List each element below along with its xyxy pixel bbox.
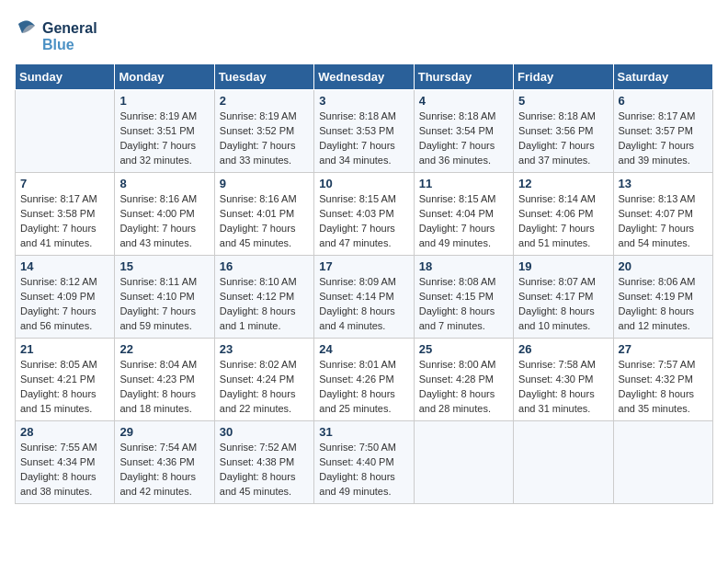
col-header-sunday: Sunday <box>16 64 115 90</box>
day-info: Sunrise: 8:17 AMSunset: 3:58 PMDaylight:… <box>20 192 109 251</box>
day-number: 30 <box>220 425 309 439</box>
day-number: 26 <box>518 342 608 356</box>
day-number: 22 <box>119 342 209 356</box>
day-number: 29 <box>119 425 209 439</box>
day-cell: 10Sunrise: 8:15 AMSunset: 4:03 PMDayligh… <box>314 173 414 256</box>
day-cell: 13Sunrise: 8:13 AMSunset: 4:07 PMDayligh… <box>613 173 712 256</box>
day-cell: 22Sunrise: 8:04 AMSunset: 4:23 PMDayligh… <box>115 339 214 421</box>
day-info: Sunrise: 8:18 AMSunset: 3:56 PMDaylight:… <box>518 109 608 168</box>
week-row-2: 7Sunrise: 8:17 AMSunset: 3:58 PMDaylight… <box>16 173 713 256</box>
day-info: Sunrise: 8:08 AMSunset: 4:15 PMDaylight:… <box>419 275 508 334</box>
day-cell <box>414 421 513 504</box>
day-number: 11 <box>419 177 508 190</box>
day-number: 4 <box>419 94 508 108</box>
day-cell: 2Sunrise: 8:19 AMSunset: 3:52 PMDaylight… <box>214 90 313 173</box>
day-cell: 7Sunrise: 8:17 AMSunset: 3:58 PMDaylight… <box>16 173 115 256</box>
day-cell: 16Sunrise: 8:10 AMSunset: 4:12 PMDayligh… <box>214 256 313 339</box>
svg-text:General: General <box>42 20 97 36</box>
day-cell: 31Sunrise: 7:50 AMSunset: 4:40 PMDayligh… <box>314 421 414 504</box>
day-info: Sunrise: 8:18 AMSunset: 3:53 PMDaylight:… <box>319 109 408 168</box>
day-info: Sunrise: 8:16 AMSunset: 4:01 PMDaylight:… <box>220 192 309 251</box>
day-info: Sunrise: 8:19 AMSunset: 3:51 PMDaylight:… <box>119 109 209 168</box>
day-number: 1 <box>119 94 209 108</box>
day-number: 8 <box>119 177 209 190</box>
day-cell: 15Sunrise: 8:11 AMSunset: 4:10 PMDayligh… <box>115 256 214 339</box>
day-number: 13 <box>619 177 708 190</box>
day-cell: 17Sunrise: 8:09 AMSunset: 4:14 PMDayligh… <box>314 256 414 339</box>
col-header-thursday: Thursday <box>414 64 513 90</box>
page-header: GeneralBlue <box>15 15 713 56</box>
day-cell: 14Sunrise: 8:12 AMSunset: 4:09 PMDayligh… <box>16 256 115 339</box>
day-number: 15 <box>119 259 209 273</box>
day-number: 5 <box>518 94 608 108</box>
day-info: Sunrise: 7:58 AMSunset: 4:30 PMDaylight:… <box>518 358 608 417</box>
day-info: Sunrise: 8:13 AMSunset: 4:07 PMDaylight:… <box>619 192 708 251</box>
day-info: Sunrise: 8:01 AMSunset: 4:26 PMDaylight:… <box>319 358 408 417</box>
day-cell: 21Sunrise: 8:05 AMSunset: 4:21 PMDayligh… <box>16 339 115 421</box>
col-header-tuesday: Tuesday <box>214 64 313 90</box>
day-info: Sunrise: 8:00 AMSunset: 4:28 PMDaylight:… <box>419 358 508 417</box>
day-number: 31 <box>319 425 408 439</box>
calendar-header-row: SundayMondayTuesdayWednesdayThursdayFrid… <box>16 64 713 90</box>
day-cell: 28Sunrise: 7:55 AMSunset: 4:34 PMDayligh… <box>16 421 115 504</box>
day-number: 16 <box>220 259 309 273</box>
day-info: Sunrise: 8:14 AMSunset: 4:06 PMDaylight:… <box>518 192 608 251</box>
day-cell: 27Sunrise: 7:57 AMSunset: 4:32 PMDayligh… <box>613 339 712 421</box>
day-number: 18 <box>419 259 508 273</box>
day-cell: 18Sunrise: 8:08 AMSunset: 4:15 PMDayligh… <box>414 256 513 339</box>
day-info: Sunrise: 7:50 AMSunset: 4:40 PMDaylight:… <box>319 441 408 500</box>
day-number: 6 <box>619 94 708 108</box>
day-number: 27 <box>619 342 708 356</box>
day-number: 2 <box>220 94 309 108</box>
day-info: Sunrise: 7:55 AMSunset: 4:34 PMDaylight:… <box>20 441 109 500</box>
day-cell: 29Sunrise: 7:54 AMSunset: 4:36 PMDayligh… <box>115 421 214 504</box>
day-cell: 3Sunrise: 8:18 AMSunset: 3:53 PMDaylight… <box>314 90 414 173</box>
day-number: 17 <box>319 259 408 273</box>
week-row-4: 21Sunrise: 8:05 AMSunset: 4:21 PMDayligh… <box>16 339 713 421</box>
day-cell: 12Sunrise: 8:14 AMSunset: 4:06 PMDayligh… <box>514 173 613 256</box>
day-info: Sunrise: 8:17 AMSunset: 3:57 PMDaylight:… <box>619 109 708 168</box>
day-info: Sunrise: 8:11 AMSunset: 4:10 PMDaylight:… <box>119 275 209 334</box>
day-number: 3 <box>319 94 408 108</box>
day-cell: 23Sunrise: 8:02 AMSunset: 4:24 PMDayligh… <box>214 339 313 421</box>
day-cell: 19Sunrise: 8:07 AMSunset: 4:17 PMDayligh… <box>514 256 613 339</box>
day-cell: 8Sunrise: 8:16 AMSunset: 4:00 PMDaylight… <box>115 173 214 256</box>
svg-text:Blue: Blue <box>42 37 74 52</box>
day-cell: 5Sunrise: 8:18 AMSunset: 3:56 PMDaylight… <box>514 90 613 173</box>
day-info: Sunrise: 8:10 AMSunset: 4:12 PMDaylight:… <box>220 275 309 334</box>
day-cell: 4Sunrise: 8:18 AMSunset: 3:54 PMDaylight… <box>414 90 513 173</box>
day-info: Sunrise: 7:57 AMSunset: 4:32 PMDaylight:… <box>619 358 708 417</box>
day-number: 19 <box>518 259 608 273</box>
day-number: 21 <box>20 342 109 356</box>
day-cell: 24Sunrise: 8:01 AMSunset: 4:26 PMDayligh… <box>314 339 414 421</box>
logo: GeneralBlue <box>15 15 97 56</box>
col-header-saturday: Saturday <box>613 64 712 90</box>
day-number: 25 <box>419 342 508 356</box>
day-number: 10 <box>319 177 408 190</box>
day-info: Sunrise: 8:02 AMSunset: 4:24 PMDaylight:… <box>220 358 309 417</box>
day-number: 7 <box>20 177 109 190</box>
day-info: Sunrise: 8:06 AMSunset: 4:19 PMDaylight:… <box>619 275 708 334</box>
day-info: Sunrise: 8:19 AMSunset: 3:52 PMDaylight:… <box>220 109 309 168</box>
day-number: 28 <box>20 425 109 439</box>
col-header-monday: Monday <box>115 64 214 90</box>
day-cell: 26Sunrise: 7:58 AMSunset: 4:30 PMDayligh… <box>514 339 613 421</box>
calendar-table: SundayMondayTuesdayWednesdayThursdayFrid… <box>15 63 713 504</box>
day-info: Sunrise: 8:12 AMSunset: 4:09 PMDaylight:… <box>20 275 109 334</box>
day-cell <box>613 421 712 504</box>
week-row-1: 1Sunrise: 8:19 AMSunset: 3:51 PMDaylight… <box>16 90 713 173</box>
day-cell: 30Sunrise: 7:52 AMSunset: 4:38 PMDayligh… <box>214 421 313 504</box>
week-row-3: 14Sunrise: 8:12 AMSunset: 4:09 PMDayligh… <box>16 256 713 339</box>
col-header-wednesday: Wednesday <box>314 64 414 90</box>
day-info: Sunrise: 7:54 AMSunset: 4:36 PMDaylight:… <box>119 441 209 500</box>
day-info: Sunrise: 8:05 AMSunset: 4:21 PMDaylight:… <box>20 358 109 417</box>
week-row-5: 28Sunrise: 7:55 AMSunset: 4:34 PMDayligh… <box>16 421 713 504</box>
day-cell: 25Sunrise: 8:00 AMSunset: 4:28 PMDayligh… <box>414 339 513 421</box>
day-info: Sunrise: 8:09 AMSunset: 4:14 PMDaylight:… <box>319 275 408 334</box>
day-info: Sunrise: 8:04 AMSunset: 4:23 PMDaylight:… <box>119 358 209 417</box>
day-cell: 9Sunrise: 8:16 AMSunset: 4:01 PMDaylight… <box>214 173 313 256</box>
day-number: 14 <box>20 259 109 273</box>
day-cell: 11Sunrise: 8:15 AMSunset: 4:04 PMDayligh… <box>414 173 513 256</box>
day-number: 24 <box>319 342 408 356</box>
day-number: 12 <box>518 177 608 190</box>
